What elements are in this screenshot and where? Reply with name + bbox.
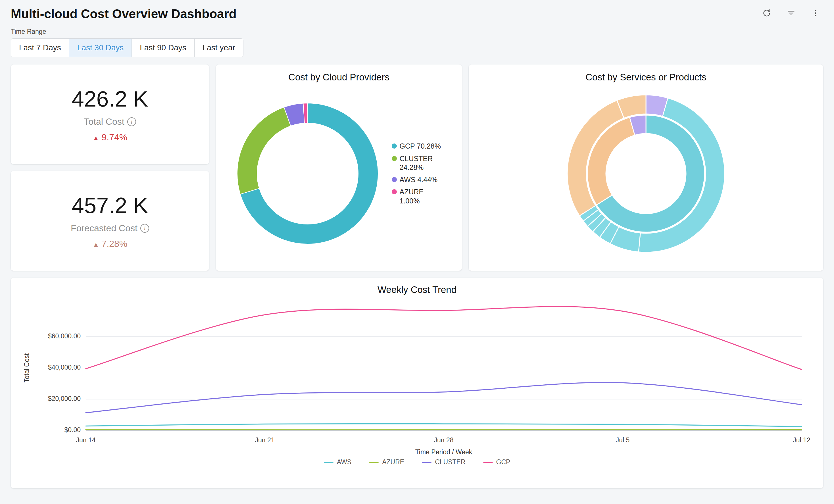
forecasted-cost-label: Forecasted Cost: [71, 223, 137, 234]
y-axis-title: Total Cost: [23, 353, 30, 382]
legend-swatch: [392, 156, 397, 161]
forecasted-cost-delta: 7.28%: [93, 239, 128, 249]
legend-swatch: [392, 177, 397, 182]
info-icon[interactable]: [127, 117, 136, 126]
weekly-cost-trend-card: Weekly Cost Trend $0.00$20,000.00$40,000…: [11, 278, 823, 488]
y-tick-label: $40,000.00: [48, 364, 81, 371]
x-tick-label: Jul 5: [616, 436, 630, 444]
providers-donut-wrap: GCP 70.28%CLUSTER 24.28%AWS 4.44%AZURE 1…: [223, 83, 455, 264]
legend-swatch: [369, 462, 379, 463]
forecasted-cost-delta-value: 7.28%: [102, 239, 128, 249]
trend-line-aws[interactable]: [86, 424, 802, 427]
cost-by-services-card: Cost by Services or Products: [469, 65, 823, 271]
forecasted-cost-label-row: Forecasted Cost: [71, 223, 149, 234]
kebab-menu-button[interactable]: [809, 6, 822, 20]
kebab-menu-icon: [811, 8, 820, 18]
trend-legend: AWSAZURECLUSTERGCP: [18, 458, 816, 466]
total-cost-card: 426.2 K Total Cost 9.74%: [11, 65, 209, 164]
trend-legend-item-gcp[interactable]: GCP: [483, 458, 510, 466]
legend-item-gcp[interactable]: GCP 70.28%: [392, 142, 444, 151]
total-cost-value: 426.2 K: [72, 86, 148, 112]
legend-item-azure[interactable]: AZURE 1.00%: [392, 188, 444, 205]
legend-item-aws[interactable]: AWS 4.44%: [392, 175, 444, 184]
legend-label: GCP: [496, 458, 510, 466]
time-range-last-90-days[interactable]: Last 90 Days: [132, 39, 194, 57]
providers-legend: GCP 70.28%CLUSTER 24.28%AWS 4.44%AZURE 1…: [392, 142, 444, 205]
x-tick-label: Jun 14: [76, 436, 95, 444]
time-range-section: Time Range Last 7 Days Last 30 Days Last…: [11, 28, 823, 57]
trend-legend-item-aws[interactable]: AWS: [324, 458, 352, 466]
total-cost-delta: 9.74%: [93, 132, 128, 143]
trend-line-gcp[interactable]: [86, 307, 802, 370]
total-cost-label: Total Cost: [84, 116, 124, 127]
trend-chart-title: Weekly Cost Trend: [18, 284, 816, 295]
legend-swatch: [392, 189, 397, 194]
trend-line-azure[interactable]: [86, 429, 802, 430]
filter-icon: [786, 8, 796, 18]
header-actions: [760, 6, 822, 20]
forecasted-cost-value: 457.2 K: [72, 193, 148, 218]
filter-button[interactable]: [785, 6, 798, 20]
x-tick-label: Jul 12: [793, 436, 810, 444]
providers-chart-title: Cost by Cloud Providers: [223, 72, 455, 83]
up-triangle-icon: [93, 239, 100, 249]
refresh-icon: [762, 8, 771, 18]
legend-item-cluster[interactable]: CLUSTER 24.28%: [392, 154, 444, 172]
total-cost-delta-value: 9.74%: [102, 132, 128, 143]
legend-label: AZURE 1.00%: [400, 188, 444, 205]
trend-legend-item-azure[interactable]: AZURE: [369, 458, 404, 466]
legend-label: AWS 4.44%: [400, 175, 438, 184]
trend-legend-item-cluster[interactable]: CLUSTER: [422, 458, 465, 466]
legend-swatch: [392, 144, 397, 149]
header: Multi-cloud Cost Overview Dashboard: [11, 5, 823, 21]
legend-label: GCP 70.28%: [400, 142, 441, 151]
time-range-button-group: Last 7 Days Last 30 Days Last 90 Days La…: [11, 38, 243, 57]
services-chart-title: Cost by Services or Products: [476, 72, 816, 83]
legend-swatch: [324, 462, 333, 463]
time-range-last-year[interactable]: Last year: [195, 39, 243, 57]
cost-by-providers-card: Cost by Cloud Providers GCP 70.28%CLUSTE…: [216, 65, 462, 271]
y-tick-label: $60,000.00: [48, 332, 81, 340]
total-cost-label-row: Total Cost: [84, 116, 136, 127]
legend-label: AZURE: [382, 458, 404, 466]
x-tick-label: Jun 28: [434, 436, 453, 444]
time-range-label: Time Range: [11, 28, 823, 36]
donut-segment-cluster[interactable]: [237, 107, 291, 194]
kpi-column: 426.2 K Total Cost 9.74% 457.2 K Forecas…: [11, 65, 209, 271]
y-tick-label: $0.00: [64, 426, 81, 434]
time-range-last-30-days[interactable]: Last 30 Days: [69, 39, 132, 57]
legend-label: CLUSTER: [435, 458, 465, 466]
forecasted-cost-card: 457.2 K Forecasted Cost 7.28%: [11, 171, 209, 271]
x-axis-title: Time Period / Week: [415, 448, 473, 456]
dashboard-page: Multi-cloud Cost Overview Dashboard Tim: [0, 0, 834, 488]
up-triangle-icon: [93, 132, 100, 143]
y-tick-label: $20,000.00: [48, 395, 81, 402]
legend-label: CLUSTER 24.28%: [400, 154, 444, 172]
time-range-last-7-days[interactable]: Last 7 Days: [11, 39, 69, 57]
legend-swatch: [483, 462, 493, 463]
providers-donut-chart: [234, 100, 381, 247]
page-title: Multi-cloud Cost Overview Dashboard: [11, 7, 237, 21]
kpi-and-pie-row: 426.2 K Total Cost 9.74% 457.2 K Forecas…: [11, 65, 823, 271]
trend-line-cluster[interactable]: [86, 382, 802, 413]
refresh-button[interactable]: [760, 6, 773, 20]
info-icon[interactable]: [140, 224, 149, 233]
x-tick-label: Jun 21: [255, 436, 275, 444]
services-sunburst-chart: [564, 91, 728, 256]
legend-label: AWS: [337, 458, 352, 466]
weekly-trend-chart: $0.00$20,000.00$40,000.00$60,000.00Jun 1…: [18, 297, 816, 456]
legend-swatch: [422, 462, 432, 463]
